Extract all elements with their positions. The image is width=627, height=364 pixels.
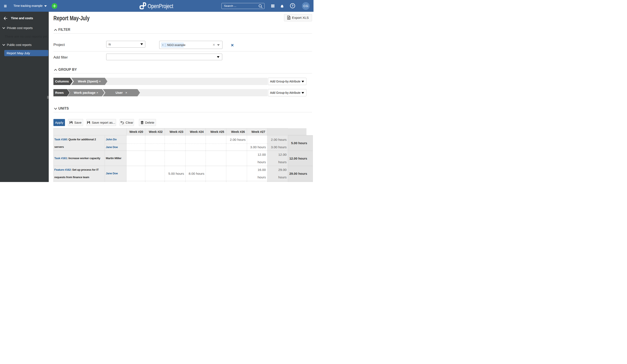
svg-text:?: ? xyxy=(292,4,293,7)
svg-text:XLS: XLS xyxy=(288,18,290,19)
